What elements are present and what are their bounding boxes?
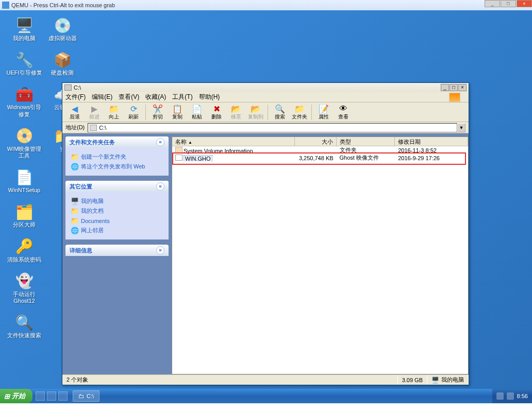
app-icon: 💿	[54, 16, 71, 34]
menu-view[interactable]: 查看(V)	[119, 93, 139, 101]
column-headers: 名称▲ 大小 类型 修改日期	[172, 137, 468, 146]
taskbar-task-explorer[interactable]: 🗀 C:\	[73, 390, 99, 402]
drive-icon	[90, 125, 97, 131]
details-panel: 详细信息 »	[65, 245, 169, 256]
search-button[interactable]: 🔍搜索	[271, 103, 289, 122]
other-places-panel: 其它位置 « 🖥️我的电脑 📁我的文档 📁Documents 🌐网上邻居	[65, 181, 169, 239]
col-date[interactable]: 修改日期	[395, 137, 468, 146]
qemu-title-text: QEMU - Press Ctrl-Alt to exit mouse grab	[11, 2, 115, 8]
icon-label: 文件快速搜索	[6, 332, 42, 339]
system-tray: 8:56	[492, 389, 532, 403]
app-icon: 👻	[15, 272, 33, 290]
desktop-icon[interactable]: 🗂️分区大师	[6, 203, 42, 228]
views-button[interactable]: 👁查看	[334, 103, 353, 122]
tasks-panel: 文件和文件夹任务 « 📁创建一个新文件夹 🌐将这个文件夹发布到 Web	[65, 136, 169, 176]
qemu-close-button[interactable]: ×	[517, 0, 532, 7]
place-documents[interactable]: 📁Documents	[71, 216, 163, 226]
status-objects: 2 个对象	[62, 375, 398, 385]
tasks-panel-header[interactable]: 文件和文件夹任务 «	[65, 136, 169, 148]
app-icon: 🧰	[15, 85, 33, 103]
icon-label: WinNTSetup	[6, 187, 42, 194]
quick-launch	[32, 391, 71, 401]
qemu-maximize-button[interactable]: □	[501, 0, 516, 7]
quick-launch-item[interactable]	[36, 391, 45, 401]
desktop-icon[interactable]: 🖥️我的电脑	[6, 16, 42, 42]
menu-favorites[interactable]: 收藏(A)	[145, 93, 166, 101]
explorer-maximize-button[interactable]: □	[450, 84, 458, 91]
chevron-up-icon: «	[156, 182, 164, 191]
desktop-icon[interactable]: 🔍文件快速搜索	[6, 314, 42, 339]
address-dropdown-button[interactable]: ▼	[457, 123, 466, 132]
app-icon: 🔧	[15, 51, 33, 68]
explorer-sidepane: 文件和文件夹任务 « 📁创建一个新文件夹 🌐将这个文件夹发布到 Web 其它位置	[65, 136, 169, 374]
address-label: 地址(D)	[65, 124, 85, 131]
moveto-button[interactable]: 📂移至	[227, 103, 245, 122]
desktop-icon[interactable]: 💿虚拟驱动器	[44, 16, 80, 42]
file-icon	[175, 155, 182, 161]
address-bar: 地址(D) C:\ ▼	[62, 122, 469, 133]
app-icon: 📀	[15, 127, 33, 145]
file-row[interactable]: WIN.GHO 3,250,748 KB Ghost 映像文件 2016-9-2…	[172, 154, 468, 162]
delete-button[interactable]: ✖删除	[207, 103, 226, 122]
cut-button[interactable]: ✂️剪切	[148, 103, 167, 122]
explorer-window: C:\ _ □ × 文件(F) 编辑(E) 查看(V) 收藏(A) 工具(T) …	[62, 82, 469, 385]
icon-label: 清除系统密码	[6, 256, 42, 263]
desktop-icon[interactable]: 🔧UEFI引导修复	[6, 51, 42, 76]
col-name[interactable]: 名称▲	[172, 137, 295, 146]
menu-edit[interactable]: 编辑(E)	[92, 93, 112, 101]
desktop-icon[interactable]: 📀WIM映像管理工具	[6, 127, 42, 159]
desktop-icon[interactable]: 👻手动运行Ghost12	[6, 272, 42, 304]
quick-launch-item[interactable]	[47, 391, 56, 401]
icon-label: 硬盘检测	[44, 70, 80, 76]
copyto-button[interactable]: 📂复制到	[246, 103, 265, 122]
task-new-folder[interactable]: 📁创建一个新文件夹	[71, 152, 163, 162]
desktop-icon[interactable]: 📄WinNTSetup	[6, 168, 42, 194]
menu-tools[interactable]: 工具(T)	[172, 93, 192, 101]
tray-icon[interactable]	[507, 392, 514, 400]
windows-logo-icon: ⊞	[4, 392, 10, 400]
status-size: 3.09 GB	[398, 375, 427, 385]
address-input[interactable]: C:\	[88, 123, 457, 132]
explorer-minimize-button[interactable]: _	[441, 84, 449, 91]
desktop-icon[interactable]: 📦硬盘检测	[44, 51, 80, 76]
col-type[interactable]: 类型	[337, 137, 395, 146]
clock[interactable]: 8:56	[517, 393, 528, 399]
explorer-close-button[interactable]: ×	[458, 84, 467, 91]
menu-help[interactable]: 帮助(H)	[199, 93, 220, 101]
app-icon: 🗂️	[15, 203, 33, 220]
explorer-statusbar: 2 个对象 3.09 GB 🖥️我的电脑	[62, 374, 469, 385]
desktop-icon[interactable]: 🔑清除系统密码	[6, 238, 42, 263]
paste-button[interactable]: 📄粘贴	[188, 103, 206, 122]
place-network[interactable]: 🌐网上邻居	[71, 226, 163, 235]
address-value: C:\	[99, 125, 106, 131]
file-row[interactable]: System Volume Information 文件夹 2016-11-3 …	[172, 146, 468, 154]
place-my-documents[interactable]: 📁我的文档	[71, 206, 163, 216]
menu-file[interactable]: 文件(F)	[65, 93, 86, 101]
other-places-header[interactable]: 其它位置 «	[65, 181, 169, 192]
properties-button[interactable]: 📝属性	[314, 103, 333, 122]
desktop[interactable]: 🖥️我的电脑💿虚拟驱动器🔧UEFI引导修复📦硬盘检测🧰Widnows引导修复☁️…	[0, 10, 532, 403]
refresh-button[interactable]: ⟳刷新	[124, 103, 143, 122]
qemu-icon	[2, 2, 9, 9]
task-publish-web[interactable]: 🌐将这个文件夹发布到 Web	[71, 162, 163, 172]
desktop-icon[interactable]: 🧰Widnows引导修复	[6, 85, 42, 117]
col-size[interactable]: 大小	[295, 137, 336, 146]
place-my-computer[interactable]: 🖥️我的电脑	[71, 196, 163, 206]
status-location: 🖥️我的电脑	[427, 375, 469, 385]
up-button[interactable]: 📁向上	[105, 103, 123, 122]
qemu-minimize-button[interactable]: _	[485, 0, 500, 7]
back-button[interactable]: ◀后退	[65, 103, 84, 122]
details-panel-header[interactable]: 详细信息 »	[65, 245, 169, 256]
folders-button[interactable]: 📁文件夹	[290, 103, 309, 122]
forward-button[interactable]: ▶前进	[85, 103, 104, 122]
icon-label: 手动运行Ghost12	[6, 291, 42, 304]
file-list-pane: 名称▲ 大小 类型 修改日期 ↖ System Volume Informati…	[172, 136, 469, 374]
start-button[interactable]: ⊞ 开始	[0, 389, 32, 403]
copy-button[interactable]: 📋复制	[168, 103, 187, 122]
tray-icon[interactable]	[496, 392, 504, 400]
app-icon: 🔑	[15, 238, 33, 255]
icon-label: Widnows引导修复	[6, 104, 42, 117]
explorer-toolbar: ◀后退 ▶前进 📁向上 ⟳刷新 ✂️剪切 📋复制 📄粘贴 ✖删除 📂移至 📂复制…	[62, 102, 469, 122]
explorer-titlebar[interactable]: C:\ _ □ ×	[62, 83, 469, 92]
quick-launch-item[interactable]	[58, 391, 68, 401]
